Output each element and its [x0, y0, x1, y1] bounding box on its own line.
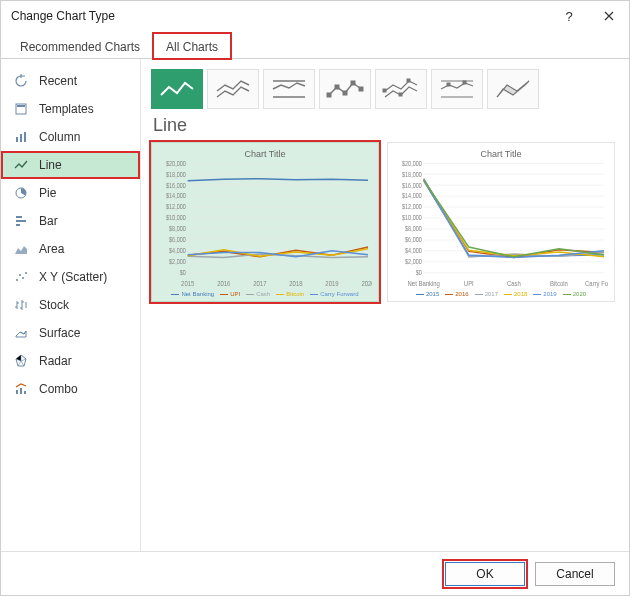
preview-chart-2[interactable]: Chart Title $20,000$18,000$16,000$14,000…: [387, 142, 615, 302]
svg-text:$8,000: $8,000: [169, 226, 186, 232]
chart-type-title: Line: [153, 115, 619, 136]
change-chart-type-dialog: Change Chart Type ? Recommended Charts A…: [0, 0, 630, 596]
svg-text:2019: 2019: [325, 279, 339, 287]
svg-text:Carry Forward: Carry Forward: [585, 279, 608, 288]
sidebar-item-label: Radar: [39, 354, 72, 368]
svg-text:$14,000: $14,000: [402, 193, 422, 199]
cancel-button[interactable]: Cancel: [535, 562, 615, 586]
preview-title: Chart Title: [394, 149, 608, 159]
preview-title: Chart Title: [158, 149, 372, 159]
tab-recommended[interactable]: Recommended Charts: [7, 33, 153, 59]
preview-plot-1: $20,000$18,000$16,000$14,000$12,000$10,0…: [158, 161, 372, 289]
svg-rect-18: [343, 91, 347, 95]
radar-icon: [13, 353, 29, 369]
sidebar-item-label: Combo: [39, 382, 78, 396]
svg-point-12: [25, 272, 27, 274]
sidebar-item-scatter[interactable]: X Y (Scatter): [1, 263, 140, 291]
svg-rect-16: [327, 93, 331, 97]
stock-icon: [13, 297, 29, 313]
svg-text:$14,000: $14,000: [166, 193, 186, 199]
svg-rect-1: [17, 105, 25, 107]
svg-text:$10,000: $10,000: [402, 215, 422, 221]
svg-rect-6: [16, 216, 22, 218]
subtype-stacked-line[interactable]: [207, 69, 259, 109]
sidebar-item-bar[interactable]: Bar: [1, 207, 140, 235]
tab-all-charts[interactable]: All Charts: [153, 33, 231, 59]
svg-text:$20,000: $20,000: [166, 161, 186, 167]
subtype-line[interactable]: [151, 69, 203, 109]
sidebar-item-area[interactable]: Area: [1, 235, 140, 263]
sidebar-item-label: Pie: [39, 186, 56, 200]
subtype-line-markers[interactable]: [319, 69, 371, 109]
svg-text:$0: $0: [416, 270, 423, 276]
sidebar-item-label: Area: [39, 242, 64, 256]
sidebar-item-label: Surface: [39, 326, 80, 340]
line-subtype-row: [151, 69, 619, 109]
svg-point-11: [22, 277, 24, 279]
svg-rect-20: [359, 87, 363, 91]
svg-text:$6,000: $6,000: [405, 237, 422, 243]
sidebar-item-surface[interactable]: Surface: [1, 319, 140, 347]
preview-legend-1: Net BankingUPICashBitcoinCarry Forward: [158, 289, 372, 297]
svg-text:$0: $0: [180, 270, 187, 276]
sidebar-item-line[interactable]: Line: [1, 151, 140, 179]
close-icon: [604, 11, 614, 21]
sidebar-item-label: Line: [39, 158, 62, 172]
svg-text:2018: 2018: [289, 279, 303, 287]
svg-text:2017: 2017: [253, 279, 267, 287]
svg-rect-21: [383, 89, 386, 92]
svg-rect-8: [16, 224, 20, 226]
sidebar-item-column[interactable]: Column: [1, 123, 140, 151]
preview-row: Chart Title $20,000$18,000$16,000$14,000…: [151, 142, 619, 302]
svg-text:UPI: UPI: [464, 279, 474, 287]
svg-rect-3: [20, 134, 22, 142]
svg-text:Bitcoin: Bitcoin: [550, 279, 568, 287]
svg-text:$8,000: $8,000: [405, 226, 422, 232]
svg-text:$4,000: $4,000: [405, 248, 422, 254]
tab-bar: Recommended Charts All Charts: [1, 31, 629, 59]
svg-text:2016: 2016: [217, 279, 231, 287]
svg-rect-17: [335, 85, 339, 89]
subtype-100-stacked-line-markers[interactable]: [431, 69, 483, 109]
sidebar-item-label: Column: [39, 130, 80, 144]
svg-text:$18,000: $18,000: [402, 171, 422, 177]
svg-text:$10,000: $10,000: [166, 215, 186, 221]
svg-text:$20,000: $20,000: [402, 161, 422, 167]
combo-icon: [13, 381, 29, 397]
sidebar-item-templates[interactable]: Templates: [1, 95, 140, 123]
sidebar-item-label: Recent: [39, 74, 77, 88]
subtype-stacked-line-markers[interactable]: [375, 69, 427, 109]
svg-text:$6,000: $6,000: [169, 237, 186, 243]
close-button[interactable]: [589, 1, 629, 31]
preview-chart-1[interactable]: Chart Title $20,000$18,000$16,000$14,000…: [151, 142, 379, 302]
preview-legend-2: 201520162017201820192020: [394, 289, 608, 297]
sidebar-item-radar[interactable]: Radar: [1, 347, 140, 375]
window-controls: ?: [549, 1, 629, 31]
sidebar-item-stock[interactable]: Stock: [1, 291, 140, 319]
subtype-100-stacked-line[interactable]: [263, 69, 315, 109]
ok-button[interactable]: OK: [445, 562, 525, 586]
svg-rect-24: [447, 83, 450, 86]
sidebar-item-label: Bar: [39, 214, 58, 228]
svg-text:$12,000: $12,000: [402, 204, 422, 210]
surface-icon: [13, 325, 29, 341]
help-button[interactable]: ?: [549, 1, 589, 31]
line-icon: [13, 157, 29, 173]
svg-rect-7: [16, 220, 26, 222]
sidebar-item-label: X Y (Scatter): [39, 270, 107, 284]
dialog-body: Recent Templates Column Line Pie Bar: [1, 59, 629, 551]
svg-rect-25: [463, 81, 466, 84]
recent-icon: [13, 73, 29, 89]
scatter-icon: [13, 269, 29, 285]
sidebar-item-recent[interactable]: Recent: [1, 67, 140, 95]
subtype-3d-line[interactable]: [487, 69, 539, 109]
dialog-title: Change Chart Type: [11, 9, 115, 23]
templates-icon: [13, 101, 29, 117]
sidebar-item-combo[interactable]: Combo: [1, 375, 140, 403]
preview-plot-2: $20,000$18,000$16,000$14,000$12,000$10,0…: [394, 161, 608, 289]
svg-text:$2,000: $2,000: [169, 259, 186, 265]
sidebar-item-label: Stock: [39, 298, 69, 312]
dialog-footer: OK Cancel: [1, 551, 629, 595]
sidebar-item-pie[interactable]: Pie: [1, 179, 140, 207]
sidebar-item-label: Templates: [39, 102, 94, 116]
